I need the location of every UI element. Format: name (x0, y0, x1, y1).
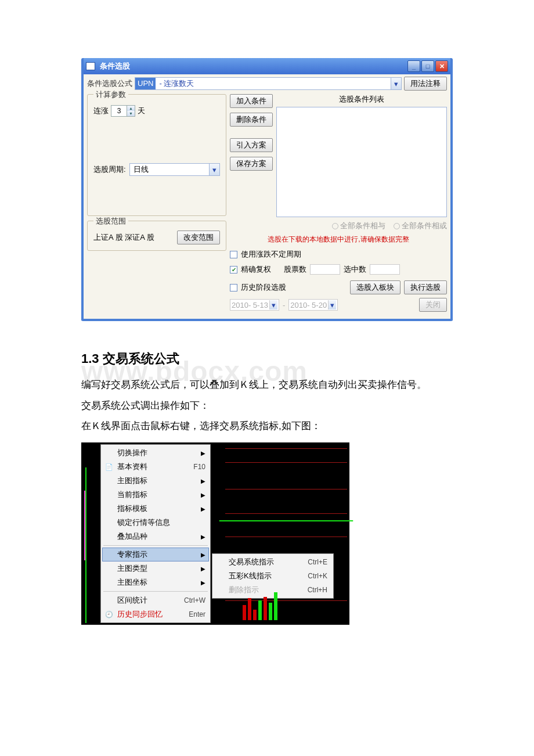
menu-item[interactable]: 区间统计Ctrl+W (102, 593, 209, 607)
maximize-button[interactable]: □ (421, 60, 434, 72)
menu-shortcut: Ctrl+E (308, 558, 327, 566)
chevron-down-icon[interactable]: ▾ (209, 164, 219, 175)
period-label: 选股周期: (93, 164, 126, 175)
condition-list[interactable] (276, 107, 447, 217)
fuquan-checkbox[interactable]: ✔ (230, 266, 237, 273)
paragraph: 交易系统公式调出操作如下： (81, 395, 453, 416)
radio-and[interactable]: 全部条件相与 (332, 221, 385, 231)
date-from[interactable]: 2010- 5-13 ▾ (230, 299, 279, 311)
varperiod-label: 使用涨跌不定周期 (241, 249, 301, 260)
menu-item-label: 主图坐标 (117, 577, 147, 588)
import-plan-button[interactable]: 引入方案 (230, 138, 273, 152)
param-input[interactable] (111, 106, 127, 116)
scope-text: 上证A 股 深证A 股 (93, 232, 174, 243)
window-title: 条件选股 (100, 61, 406, 71)
menu-item-label: 专家指示 (117, 549, 147, 560)
formula-dropdown[interactable]: UPN - 连涨数天 ▾ (135, 77, 402, 90)
menu-shortcut: Ctrl+H (308, 586, 327, 594)
section-heading: 1.3 交易系统公式 (81, 350, 453, 368)
menu-item[interactable]: 叠加品种▶ (102, 530, 209, 543)
formula-code: UPN (135, 78, 156, 89)
radio-icon (332, 223, 338, 229)
period-value: 日线 (134, 164, 149, 175)
titlebar[interactable]: 条件选股 _ □ ✕ (84, 58, 450, 74)
submenu-arrow-icon: ▶ (201, 534, 205, 540)
run-button[interactable]: 执行选股 (404, 280, 447, 294)
submenu-item-label: 交易系统指示 (229, 557, 274, 567)
menu-item-label: 主图类型 (117, 563, 147, 574)
submenu-arrow-icon: ▶ (201, 450, 205, 456)
delete-condition-button[interactable]: 删除条件 (230, 113, 273, 127)
close-dialog-button[interactable]: 关闭 (419, 298, 447, 312)
fuquan-label: 精确复权 (241, 264, 271, 275)
submenu-item[interactable]: 五彩K线指示Ctrl+K (214, 569, 332, 583)
menu-item[interactable]: 专家指示▶ (102, 548, 209, 561)
param-suffix: 天 (138, 106, 145, 116)
context-menu[interactable]: 切换操作▶📄基本资料F10主图指标▶当前指标▶指标模板▶锁定行情等信息叠加品种▶… (100, 444, 211, 623)
submenu-arrow-icon: ▶ (201, 552, 205, 558)
date-to[interactable]: 2010- 5-20 ▾ (288, 299, 338, 311)
param-spinner[interactable]: ▲ ▼ (111, 105, 135, 117)
selected-count (370, 264, 400, 275)
submenu-item: 删除指示Ctrl+H (214, 583, 332, 597)
menu-item-label: 当前指标 (117, 489, 147, 500)
menu-item[interactable]: 🕘历史同步回忆Enter (102, 607, 209, 621)
menu-item-label: 切换操作 (117, 448, 147, 458)
expert-submenu[interactable]: 交易系统指示Ctrl+E五彩K线指示Ctrl+K删除指示Ctrl+H (212, 553, 334, 599)
app-icon (86, 62, 95, 70)
menu-item-label: 叠加品种 (117, 531, 147, 542)
chevron-down-icon[interactable]: ▾ (328, 300, 336, 309)
calc-params-fieldset: 计算参数 连涨 ▲ ▼ 天 (87, 94, 226, 216)
period-select[interactable]: 日线 ▾ (129, 163, 220, 176)
add-condition-button[interactable]: 加入条件 (230, 94, 273, 108)
change-scope-button[interactable]: 改变范围 (177, 231, 220, 244)
submenu-item[interactable]: 交易系统指示Ctrl+E (214, 555, 332, 569)
menu-item-label: 指标模板 (117, 503, 147, 514)
selected-label: 选中数 (344, 264, 366, 275)
stocks-count (310, 264, 340, 275)
chevron-down-icon[interactable]: ▾ (391, 78, 401, 89)
menu-separator (103, 545, 208, 546)
menu-item[interactable]: 主图坐标▶ (102, 575, 209, 589)
menu-item[interactable]: 锁定行情等信息 (102, 516, 209, 530)
minimize-button[interactable]: _ (407, 60, 420, 72)
to-block-button[interactable]: 选股入板块 (350, 280, 400, 294)
history-label: 历史阶段选股 (241, 282, 286, 293)
clock-icon: 🕘 (104, 610, 114, 619)
save-plan-button[interactable]: 保存方案 (230, 157, 273, 171)
menu-shortcut: Ctrl+K (308, 572, 327, 580)
submenu-arrow-icon: ▶ (201, 492, 205, 498)
menu-item[interactable]: 主图类型▶ (102, 561, 209, 575)
spinner-down-icon[interactable]: ▼ (127, 111, 135, 116)
close-button[interactable]: ✕ (435, 60, 448, 72)
submenu-arrow-icon: ▶ (201, 506, 205, 512)
radio-or[interactable]: 全部条件相或 (394, 221, 447, 231)
chart-gutter (83, 444, 100, 623)
doc-icon: 📄 (104, 462, 114, 471)
menu-shortcut: Enter (189, 610, 205, 618)
formula-label: 条件选股公式 (87, 78, 132, 89)
context-menu-screenshot: 切换操作▶📄基本资料F10主图指标▶当前指标▶指标模板▶锁定行情等信息叠加品种▶… (81, 442, 349, 625)
menu-shortcut: Ctrl+W (184, 596, 205, 604)
stocks-label: 股票数 (284, 264, 306, 275)
menu-item[interactable]: 主图指标▶ (102, 474, 209, 488)
chevron-down-icon[interactable]: ▾ (269, 300, 277, 309)
paragraph: 在Ｋ线界面点击鼠标右键，选择交易系统指标,如下图： (81, 416, 453, 437)
menu-item[interactable]: 当前指标▶ (102, 488, 209, 502)
usage-button[interactable]: 用法注释 (404, 77, 447, 91)
menu-item[interactable]: 指标模板▶ (102, 502, 209, 516)
submenu-item-label: 五彩K线指示 (229, 571, 272, 581)
menu-item[interactable]: 📄基本资料F10 (102, 460, 209, 474)
menu-item[interactable]: 切换操作▶ (102, 446, 209, 460)
submenu-arrow-icon: ▶ (201, 579, 205, 586)
varperiod-checkbox[interactable] (230, 251, 237, 258)
submenu-arrow-icon: ▶ (201, 478, 205, 484)
data-warning: 选股在下载的本地数据中进行,请确保数据完整 (230, 235, 447, 244)
stock-filter-dialog: 条件选股 _ □ ✕ 条件选股公式 UPN - 连涨数天 ▾ 用法注释 计算参数 (81, 58, 453, 321)
radio-icon (394, 223, 400, 229)
date-sep: - (283, 301, 285, 309)
history-checkbox[interactable] (230, 284, 237, 291)
spinner-up-icon[interactable]: ▲ (127, 106, 135, 111)
menu-item-label: 区间统计 (117, 595, 147, 606)
condition-list-title: 选股条件列表 (276, 94, 447, 105)
